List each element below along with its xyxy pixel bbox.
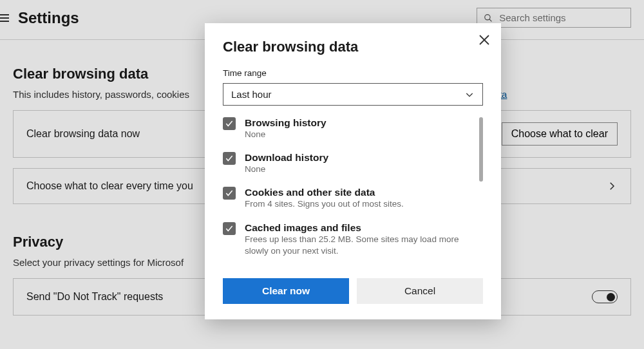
dialog-title: Clear browsing data [223, 39, 483, 55]
list-item: Download history None [223, 152, 473, 175]
list-item: Cookies and other site data From 4 sites… [223, 187, 473, 210]
checkbox[interactable] [223, 152, 236, 165]
dialog-button-row: Clear now Cancel [223, 278, 483, 304]
list-item: Cached images and files Frees up less th… [223, 222, 473, 257]
item-subtitle: From 4 sites. Signs you out of most site… [245, 198, 404, 210]
item-subtitle: None [245, 164, 328, 175]
close-icon [477, 32, 492, 48]
item-title: Browsing history [245, 117, 327, 129]
chevron-down-icon [464, 90, 475, 100]
list-item: Browsing history None [223, 117, 473, 140]
checkbox[interactable] [223, 117, 236, 130]
item-title: Cookies and other site data [245, 187, 404, 198]
clear-browsing-data-dialog: Clear browsing data Time range Last hour… [205, 23, 501, 319]
time-range-label: Time range [223, 68, 483, 78]
item-title: Download history [245, 152, 328, 164]
close-button[interactable] [477, 32, 492, 48]
scrollbar-thumb[interactable] [479, 117, 483, 182]
cancel-button[interactable]: Cancel [357, 278, 483, 304]
data-types-list: Browsing history None Download history N… [223, 117, 483, 269]
time-range-select[interactable]: Last hour [223, 83, 483, 106]
select-value: Last hour [231, 89, 272, 100]
item-subtitle: Frees up less than 25.2 MB. Some sites m… [245, 234, 473, 257]
checkbox[interactable] [223, 222, 236, 235]
item-subtitle: None [245, 129, 327, 140]
item-title: Cached images and files [245, 222, 473, 234]
clear-now-button[interactable]: Clear now [223, 278, 349, 304]
checkbox[interactable] [223, 187, 236, 200]
